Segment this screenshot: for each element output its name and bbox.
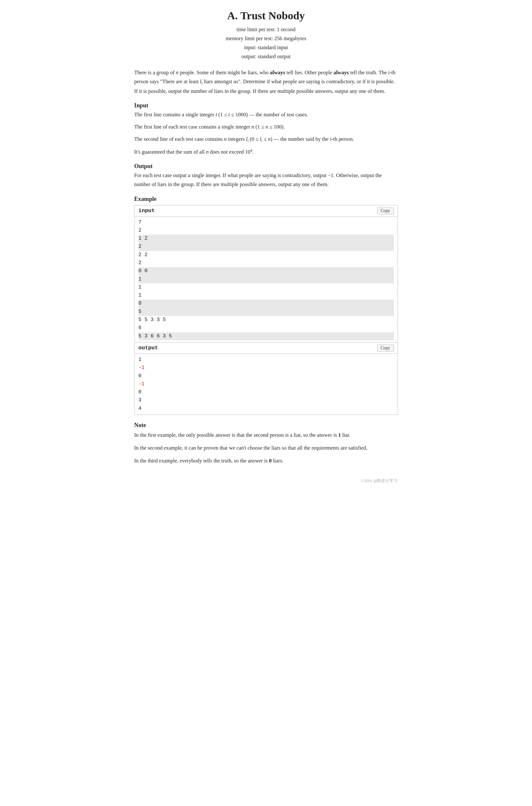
input-line-1: The first line contains a single integer… (134, 110, 398, 119)
input-content: 721 222 220 0111055 5 3 3 565 3 6 6 3 5 (135, 217, 398, 342)
note-line-3: In the third example, everybody tells th… (134, 456, 398, 465)
example-title: Example (134, 196, 398, 203)
output-block: output Copy 1-10-1034 (134, 343, 398, 415)
input-row: 1 2 (138, 235, 394, 243)
input-line-4: It's guaranteed that the sum of all n do… (134, 148, 398, 157)
input-row: 5 3 6 6 3 5 (138, 332, 394, 340)
output-row: -1 (138, 380, 394, 388)
input-label: input (138, 208, 155, 214)
output-row: 3 (138, 396, 394, 404)
input-copy-button[interactable]: Copy (377, 207, 394, 214)
note-title: Note (134, 422, 398, 429)
input-row: 5 (138, 308, 394, 316)
memory-limit: memory limit per test: 256 megabytes (134, 34, 398, 43)
meta-info: time limit per test: 1 second memory lim… (134, 25, 398, 61)
input-row: 0 0 (138, 267, 394, 275)
output-type: output: standard output (134, 52, 398, 61)
note-line-2: In the second example, it can be proven … (134, 443, 398, 453)
page-title: A. Trust Nobody (134, 9, 398, 22)
input-row: 7 (138, 218, 394, 227)
input-row: 2 (138, 259, 394, 267)
output-row: -1 (138, 364, 394, 372)
input-row: 1 (138, 291, 394, 300)
output-section-title: Output (134, 163, 398, 170)
input-row: 2 (138, 227, 394, 235)
input-type: input: standard input (134, 43, 398, 52)
input-row: 6 (138, 324, 394, 332)
input-row: 0 (138, 300, 394, 308)
output-copy-button[interactable]: Copy (377, 345, 394, 351)
input-row: 2 (138, 243, 394, 251)
output-label: output (138, 345, 158, 351)
input-section-title: Input (134, 102, 398, 109)
input-row: 1 (138, 284, 394, 291)
output-content: 1-10-1034 (135, 354, 398, 415)
input-header: input Copy (135, 205, 398, 217)
output-section-body: For each test case output a single integ… (134, 171, 398, 189)
output-row: 4 (138, 405, 394, 412)
output-row: 0 (138, 372, 394, 380)
output-row: 1 (138, 356, 394, 364)
output-header: output Copy (135, 343, 398, 354)
time-limit: time limit per test: 1 second (134, 25, 398, 34)
input-block: input Copy 721 222 220 0111055 5 3 3 565… (134, 205, 398, 343)
watermark: CSDN @陈进士学习 (134, 478, 398, 484)
note-line-1: In the first example, the only possible … (134, 430, 398, 440)
input-row: 5 5 3 3 5 (138, 316, 394, 324)
input-line-3: The second line of each test case contai… (134, 135, 398, 144)
output-row: 0 (138, 388, 394, 396)
input-line-2: The first line of each test case contain… (134, 122, 398, 131)
input-row: 1 (138, 275, 394, 284)
input-row: 2 2 (138, 251, 394, 259)
problem-intro: There is a group of n people. Some of th… (134, 68, 398, 96)
